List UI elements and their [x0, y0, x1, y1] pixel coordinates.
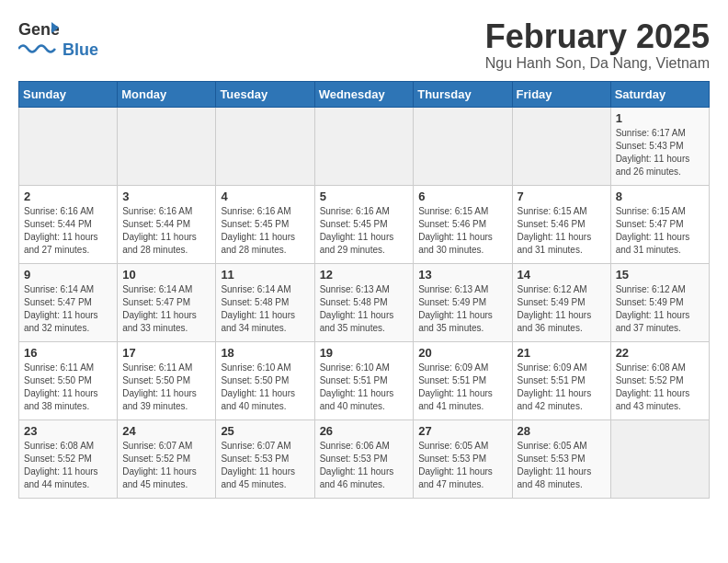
calendar-cell: 9Sunrise: 6:14 AM Sunset: 5:47 PM Daylig…: [19, 263, 118, 341]
day-info: Sunrise: 6:09 AM Sunset: 5:51 PM Dayligh…: [418, 362, 506, 413]
day-header-thursday: Thursday: [414, 81, 512, 107]
day-info: Sunrise: 6:07 AM Sunset: 5:53 PM Dayligh…: [221, 440, 309, 491]
calendar-cell: 21Sunrise: 6:09 AM Sunset: 5:51 PM Dayli…: [512, 341, 610, 419]
calendar-cell: [414, 107, 512, 185]
day-number: 18: [221, 346, 309, 360]
calendar-cell: 20Sunrise: 6:09 AM Sunset: 5:51 PM Dayli…: [414, 341, 512, 419]
calendar-cell: 22Sunrise: 6:08 AM Sunset: 5:52 PM Dayli…: [610, 341, 709, 419]
day-number: 27: [418, 424, 506, 438]
day-header-tuesday: Tuesday: [216, 81, 314, 107]
day-info: Sunrise: 6:08 AM Sunset: 5:52 PM Dayligh…: [24, 440, 112, 491]
day-number: 24: [122, 424, 210, 438]
day-header-friday: Friday: [512, 81, 610, 107]
day-info: Sunrise: 6:16 AM Sunset: 5:44 PM Dayligh…: [24, 205, 112, 257]
day-number: 13: [418, 268, 506, 282]
day-number: 3: [122, 190, 210, 203]
day-info: Sunrise: 6:15 AM Sunset: 5:47 PM Dayligh…: [616, 205, 704, 257]
day-info: Sunrise: 6:12 AM Sunset: 5:49 PM Dayligh…: [616, 283, 704, 335]
day-number: 9: [24, 268, 112, 282]
calendar-cell: 13Sunrise: 6:13 AM Sunset: 5:49 PM Dayli…: [414, 263, 512, 341]
calendar-cell: 15Sunrise: 6:12 AM Sunset: 5:49 PM Dayli…: [610, 263, 709, 341]
day-number: 5: [320, 190, 409, 203]
calendar-cell: 14Sunrise: 6:12 AM Sunset: 5:49 PM Dayli…: [512, 263, 610, 341]
calendar-cell: 19Sunrise: 6:10 AM Sunset: 5:51 PM Dayli…: [314, 341, 414, 419]
logo-blue-text: Blue: [63, 40, 98, 60]
calendar-cell: [512, 107, 610, 185]
day-number: 19: [320, 346, 409, 360]
day-info: Sunrise: 6:10 AM Sunset: 5:50 PM Dayligh…: [221, 362, 309, 413]
day-info: Sunrise: 6:05 AM Sunset: 5:53 PM Dayligh…: [418, 440, 506, 491]
calendar-cell: 4Sunrise: 6:16 AM Sunset: 5:45 PM Daylig…: [216, 185, 314, 263]
day-number: 1: [616, 111, 704, 125]
day-info: Sunrise: 6:13 AM Sunset: 5:49 PM Dayligh…: [418, 283, 506, 335]
day-info: Sunrise: 6:13 AM Sunset: 5:48 PM Dayligh…: [320, 283, 409, 335]
calendar-cell: 3Sunrise: 6:16 AM Sunset: 5:44 PM Daylig…: [118, 185, 216, 263]
day-number: 7: [518, 190, 606, 203]
day-header-sunday: Sunday: [19, 81, 118, 107]
day-info: Sunrise: 6:11 AM Sunset: 5:50 PM Dayligh…: [24, 362, 112, 413]
day-info: Sunrise: 6:12 AM Sunset: 5:49 PM Dayligh…: [518, 283, 606, 335]
calendar-cell: 7Sunrise: 6:15 AM Sunset: 5:46 PM Daylig…: [512, 185, 610, 263]
day-info: Sunrise: 6:16 AM Sunset: 5:45 PM Dayligh…: [320, 205, 409, 257]
calendar-cell: 18Sunrise: 6:10 AM Sunset: 5:50 PM Dayli…: [216, 341, 314, 419]
day-info: Sunrise: 6:14 AM Sunset: 5:47 PM Dayligh…: [24, 283, 112, 335]
calendar-cell: [118, 107, 216, 185]
day-number: 11: [221, 268, 309, 282]
calendar-table: SundayMondayTuesdayWednesdayThursdayFrid…: [18, 81, 710, 499]
calendar-week-row: 2Sunrise: 6:16 AM Sunset: 5:44 PM Daylig…: [19, 185, 710, 263]
calendar-cell: 25Sunrise: 6:07 AM Sunset: 5:53 PM Dayli…: [216, 419, 314, 498]
calendar-cell: 23Sunrise: 6:08 AM Sunset: 5:52 PM Dayli…: [19, 419, 118, 498]
calendar-week-row: 1Sunrise: 6:17 AM Sunset: 5:43 PM Daylig…: [19, 107, 710, 185]
calendar-cell: 8Sunrise: 6:15 AM Sunset: 5:47 PM Daylig…: [610, 185, 709, 263]
day-info: Sunrise: 6:11 AM Sunset: 5:50 PM Dayligh…: [122, 362, 210, 413]
day-info: Sunrise: 6:05 AM Sunset: 5:53 PM Dayligh…: [518, 440, 606, 491]
day-number: 2: [24, 190, 112, 203]
day-info: Sunrise: 6:10 AM Sunset: 5:51 PM Dayligh…: [320, 362, 409, 413]
day-info: Sunrise: 6:15 AM Sunset: 5:46 PM Dayligh…: [418, 205, 506, 257]
day-info: Sunrise: 6:15 AM Sunset: 5:46 PM Dayligh…: [518, 205, 606, 257]
calendar-cell: 17Sunrise: 6:11 AM Sunset: 5:50 PM Dayli…: [118, 341, 216, 419]
calendar-cell: [314, 107, 414, 185]
calendar-cell: 12Sunrise: 6:13 AM Sunset: 5:48 PM Dayli…: [314, 263, 414, 341]
calendar-cell: 28Sunrise: 6:05 AM Sunset: 5:53 PM Dayli…: [512, 419, 610, 498]
calendar-week-row: 23Sunrise: 6:08 AM Sunset: 5:52 PM Dayli…: [19, 419, 710, 498]
day-number: 28: [518, 424, 606, 438]
page-subtitle: Ngu Hanh Son, Da Nang, Vietnam: [485, 55, 710, 72]
calendar-cell: 16Sunrise: 6:11 AM Sunset: 5:50 PM Dayli…: [19, 341, 118, 419]
day-number: 22: [616, 346, 704, 360]
day-number: 20: [418, 346, 506, 360]
day-number: 17: [122, 346, 210, 360]
day-info: Sunrise: 6:16 AM Sunset: 5:45 PM Dayligh…: [221, 205, 309, 257]
day-number: 14: [518, 268, 606, 282]
day-header-wednesday: Wednesday: [314, 81, 414, 107]
day-number: 8: [616, 190, 704, 203]
calendar-cell: [610, 419, 709, 498]
calendar-week-row: 16Sunrise: 6:11 AM Sunset: 5:50 PM Dayli…: [19, 341, 710, 419]
day-info: Sunrise: 6:08 AM Sunset: 5:52 PM Dayligh…: [616, 362, 704, 413]
calendar-cell: 5Sunrise: 6:16 AM Sunset: 5:45 PM Daylig…: [314, 185, 414, 263]
day-number: 4: [221, 190, 309, 203]
calendar-header-row: SundayMondayTuesdayWednesdayThursdayFrid…: [19, 81, 710, 107]
day-info: Sunrise: 6:07 AM Sunset: 5:52 PM Dayligh…: [122, 440, 210, 491]
logo-wave: [18, 42, 59, 59]
day-number: 21: [518, 346, 606, 360]
day-number: 12: [320, 268, 409, 282]
day-info: Sunrise: 6:16 AM Sunset: 5:44 PM Dayligh…: [122, 205, 210, 257]
day-info: Sunrise: 6:17 AM Sunset: 5:43 PM Dayligh…: [616, 127, 704, 178]
day-header-saturday: Saturday: [610, 81, 709, 107]
calendar-cell: 10Sunrise: 6:14 AM Sunset: 5:47 PM Dayli…: [118, 263, 216, 341]
day-number: 10: [122, 268, 210, 282]
day-info: Sunrise: 6:14 AM Sunset: 5:48 PM Dayligh…: [221, 283, 309, 335]
calendar-cell: 2Sunrise: 6:16 AM Sunset: 5:44 PM Daylig…: [19, 185, 118, 263]
day-info: Sunrise: 6:14 AM Sunset: 5:47 PM Dayligh…: [122, 283, 210, 335]
calendar-cell: 24Sunrise: 6:07 AM Sunset: 5:52 PM Dayli…: [118, 419, 216, 498]
calendar-cell: 26Sunrise: 6:06 AM Sunset: 5:53 PM Dayli…: [314, 419, 414, 498]
calendar-cell: 11Sunrise: 6:14 AM Sunset: 5:48 PM Dayli…: [216, 263, 314, 341]
page-title: February 2025: [485, 18, 710, 55]
day-number: 15: [616, 268, 704, 282]
calendar-cell: 6Sunrise: 6:15 AM Sunset: 5:46 PM Daylig…: [414, 185, 512, 263]
calendar-cell: [19, 107, 118, 185]
calendar-cell: 1Sunrise: 6:17 AM Sunset: 5:43 PM Daylig…: [610, 107, 709, 185]
day-number: 26: [320, 424, 409, 438]
day-header-monday: Monday: [118, 81, 216, 107]
